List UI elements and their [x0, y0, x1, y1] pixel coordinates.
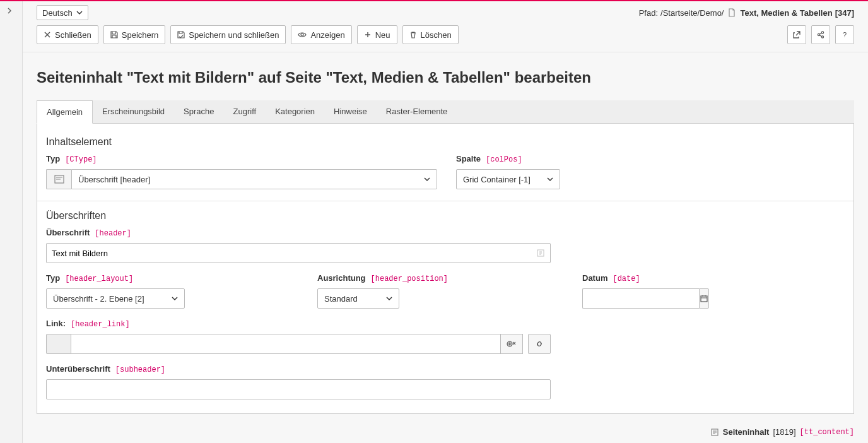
save-close-icon [177, 31, 185, 38]
section-content-element: Inhaltselement [46, 136, 845, 148]
header-input-wrap [46, 243, 551, 263]
chevron-down-icon [424, 176, 430, 182]
colpos-select[interactable]: Grid Container [-1] [456, 169, 560, 189]
breadcrumb-segments: /Startseite/Demo/ [660, 8, 724, 18]
eye-icon [298, 31, 307, 38]
svg-text:?: ? [843, 31, 847, 38]
field-key-header-layout: [header_layout] [65, 275, 133, 283]
new-button-label: Neu [375, 30, 390, 40]
save-close-button-label: Speichern und schließen [189, 30, 279, 40]
header-position-select[interactable]: Standard [317, 288, 399, 309]
tab-appearance[interactable]: Erscheinungsbild [93, 100, 174, 123]
header-input[interactable] [52, 244, 536, 263]
section-headers: Überschriften [46, 210, 845, 222]
header-content-icon [54, 175, 64, 184]
link-prefix-box [46, 334, 71, 354]
save-close-button[interactable]: Speichern und schließen [170, 25, 286, 44]
ctype-select-value: Überschrift [header] [78, 175, 150, 184]
chevron-right-icon[interactable] [6, 8, 16, 18]
record-footer: Seiteninhalt [1819] [tt_content] [23, 421, 868, 443]
globe-toggle-icon [507, 340, 517, 348]
help-icon: ? [840, 30, 849, 39]
date-input[interactable] [588, 289, 694, 308]
field-label-header-layout: Typ [46, 273, 60, 283]
field-key-date: [date] [613, 275, 640, 283]
tab-access[interactable]: Zugriff [224, 100, 266, 123]
svg-point-2 [821, 32, 823, 33]
open-external-button[interactable] [787, 25, 806, 44]
calendar-icon [700, 294, 708, 303]
footer-label: Seiteninhalt [723, 427, 770, 437]
field-label-column: Spalte [456, 154, 481, 163]
header-position-select-value: Standard [324, 294, 358, 304]
close-button-label: Schließen [55, 30, 91, 40]
field-label-header: Überschrift [46, 228, 90, 237]
header-layout-select[interactable]: Überschrift - 2. Ebene [2] [46, 288, 185, 309]
plus-icon [364, 31, 372, 38]
delete-button-label: Löschen [421, 30, 452, 40]
field-label-date: Datum [582, 273, 607, 283]
date-input-wrap [582, 288, 699, 309]
date-picker-button[interactable] [699, 288, 709, 309]
field-label-link: Link: [46, 319, 66, 328]
svg-rect-7 [701, 296, 707, 302]
share-button[interactable] [811, 25, 830, 44]
tab-notes[interactable]: Hinweise [324, 100, 377, 123]
page-title: Seiteninhalt "Text mit Bildern" auf Seit… [37, 69, 854, 86]
footer-table: [tt_content] [800, 428, 854, 437]
text-helper-icon[interactable] [536, 249, 545, 257]
left-rail [0, 1, 23, 443]
breadcrumb-prefix: Pfad: [639, 8, 658, 18]
tab-categories[interactable]: Kategorien [266, 100, 324, 123]
content-record-icon [710, 428, 719, 437]
tab-bar: Allgemein Erscheinungsbild Sprache Zugri… [37, 100, 854, 124]
field-key-colpos: [colPos] [486, 155, 522, 164]
field-label-type: Typ [46, 154, 60, 163]
share-icon [816, 30, 825, 39]
page-icon [727, 8, 736, 17]
field-key-ctype: [CType] [65, 155, 97, 164]
language-select-value: Deutsch [42, 8, 73, 18]
new-button[interactable]: Neu [357, 25, 397, 44]
view-button[interactable]: Anzeigen [291, 25, 351, 44]
link-icon [535, 340, 544, 348]
action-toolbar: Schließen Speichern Speichern und schlie… [23, 23, 868, 52]
field-key-subheader: [subheader] [115, 365, 165, 374]
field-key-link: [header_link] [71, 320, 130, 329]
view-button-label: Anzeigen [310, 30, 344, 40]
close-button[interactable]: Schließen [37, 25, 98, 44]
save-button[interactable]: Speichern [103, 25, 166, 44]
link-wizard-button[interactable] [528, 334, 551, 354]
save-button-label: Speichern [122, 30, 159, 40]
field-key-header-position: [header_position] [371, 275, 448, 283]
trash-icon [409, 31, 417, 38]
tab-grid[interactable]: Raster-Elemente [377, 100, 457, 123]
form-panel: Inhaltselement Typ [CType] [37, 124, 854, 414]
language-select[interactable]: Deutsch [37, 5, 88, 20]
open-external-icon [792, 30, 801, 39]
breadcrumb-page-title: Text, Medien & Tabellen [740, 8, 832, 18]
close-icon [44, 31, 51, 38]
chevron-down-icon [172, 295, 178, 302]
field-label-subheader: Unterüberschrift [46, 364, 110, 374]
chevron-down-icon [547, 176, 553, 182]
field-label-header-position: Ausrichtung [317, 273, 366, 283]
subheader-input[interactable] [52, 380, 545, 399]
link-globe-button[interactable] [500, 334, 523, 354]
delete-button[interactable]: Löschen [402, 25, 459, 44]
tab-general[interactable]: Allgemein [37, 100, 93, 124]
ctype-select[interactable]: Überschrift [header] [71, 169, 437, 189]
header-layout-select-value: Überschrift - 2. Ebene [2] [53, 294, 144, 304]
chevron-down-icon [386, 295, 392, 302]
svg-point-0 [301, 33, 303, 36]
chevron-down-icon [76, 9, 83, 16]
help-button[interactable]: ? [835, 25, 854, 44]
link-input[interactable] [76, 334, 495, 353]
colpos-select-value: Grid Container [-1] [463, 175, 531, 184]
footer-uid: [1819] [773, 427, 795, 437]
breadcrumb-page-id: [347] [835, 8, 854, 18]
tab-language[interactable]: Sprache [174, 100, 223, 123]
save-icon [110, 31, 118, 38]
svg-point-3 [821, 36, 823, 38]
top-bar: Deutsch Pfad: /Startseite/Demo/ Text, Me… [23, 1, 868, 23]
